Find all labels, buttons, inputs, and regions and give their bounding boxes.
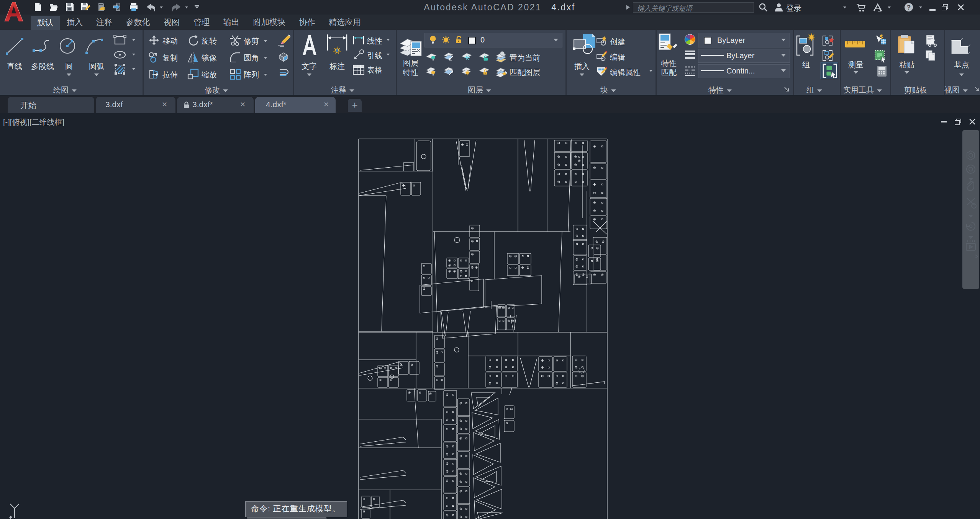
- create-block-label[interactable]: 创建: [610, 37, 625, 47]
- match-properties-label1[interactable]: 特性: [652, 58, 686, 69]
- circle-tool-caret[interactable]: [66, 73, 72, 77]
- new-tab-button[interactable]: +: [348, 99, 362, 112]
- ribbon-tab-0[interactable]: 默认: [31, 16, 60, 30]
- table-tool-icon[interactable]: [352, 64, 365, 75]
- autodesk-app-icon[interactable]: [873, 3, 883, 12]
- mirror-tool-label[interactable]: 镜像: [202, 53, 217, 63]
- copy-tool-icon[interactable]: [148, 51, 160, 64]
- rotate-tool-label[interactable]: 旋转: [202, 36, 217, 46]
- ribbon-tab-2[interactable]: 注释: [90, 15, 119, 30]
- paste-caret[interactable]: [904, 71, 910, 74]
- view-base-caret[interactable]: [959, 73, 964, 77]
- fillet-tool-label[interactable]: 圆角: [244, 53, 259, 63]
- calculator-icon[interactable]: [876, 65, 888, 77]
- signin-caret[interactable]: [843, 6, 847, 9]
- edit-block-icon[interactable]: [596, 51, 607, 61]
- quick-select-icon[interactable]: [874, 34, 887, 45]
- view-base-icon[interactable]: [949, 36, 972, 57]
- drawing-canvas[interactable]: [-][俯视][二维线框] 命令: 正在重生成模型。 正在重生成模型。: [0, 113, 980, 519]
- lineweight-icon[interactable]: [684, 49, 696, 60]
- insert-block-caret[interactable]: [579, 73, 585, 77]
- set-current-layer-label[interactable]: 置为当前: [510, 53, 540, 63]
- ribbon-tab-3[interactable]: 参数化: [120, 15, 156, 30]
- leader-tool-label[interactable]: 引线: [367, 51, 382, 61]
- file-tab-1[interactable]: 3.dxf✕: [96, 97, 175, 113]
- layer-on-state-icon[interactable]: [428, 35, 438, 45]
- erase-tool-icon[interactable]: [277, 34, 290, 47]
- rectangle-tool-icon[interactable]: [113, 34, 126, 47]
- layer-unlock-icon[interactable]: [479, 66, 490, 77]
- linear-dim-caret[interactable]: [386, 39, 390, 41]
- ribbon-tab-1[interactable]: 插入: [61, 15, 89, 30]
- app-caret[interactable]: [887, 6, 891, 9]
- group-label[interactable]: 组: [795, 60, 818, 70]
- measure-tool-icon[interactable]: [844, 39, 866, 50]
- ribbon-tab-8[interactable]: 协作: [293, 15, 322, 30]
- file-tab-2-close[interactable]: ✕: [240, 100, 246, 109]
- rectangle-tool-caret[interactable]: [132, 39, 136, 41]
- group-panel-label[interactable]: 组: [788, 85, 841, 95]
- linear-dim-icon[interactable]: [352, 34, 365, 46]
- ribbon-tab-7[interactable]: 附加模块: [247, 15, 292, 30]
- arc-tool-caret[interactable]: [94, 73, 99, 77]
- trim-tool-label[interactable]: 修剪: [244, 36, 259, 46]
- layer-thaw-state-icon[interactable]: [441, 35, 451, 44]
- lineweight-combo-caret[interactable]: [781, 54, 786, 57]
- layer-off-icon[interactable]: [426, 51, 437, 62]
- color-combo-swatch[interactable]: [703, 37, 712, 44]
- leader-tool-icon[interactable]: [352, 49, 365, 60]
- stretch-tool-label[interactable]: 拉伸: [162, 70, 178, 80]
- signin-label[interactable]: 登录: [786, 3, 801, 13]
- create-block-icon[interactable]: [596, 35, 607, 46]
- match-properties-label2[interactable]: 匹配: [652, 67, 686, 78]
- group-edit-icon[interactable]: [822, 49, 834, 61]
- search-input[interactable]: 键入关键字或短语: [633, 2, 754, 13]
- measure-tool-caret[interactable]: [853, 71, 859, 74]
- help-icon[interactable]: ?: [904, 3, 913, 12]
- layer-unlock-state-icon[interactable]: [454, 35, 464, 44]
- move-tool-label[interactable]: 移动: [162, 36, 178, 46]
- group-icon[interactable]: [796, 33, 815, 57]
- insert-block-icon[interactable]: [572, 33, 596, 57]
- properties-panel-label[interactable]: 特性: [693, 85, 747, 95]
- layer-properties-label2[interactable]: 特性: [393, 67, 428, 78]
- paste-label[interactable]: 粘贴: [892, 60, 922, 70]
- stretch-tool-icon[interactable]: [148, 68, 160, 80]
- offset-tool-icon[interactable]: [277, 67, 290, 80]
- linear-dim-label[interactable]: 线性: [367, 36, 382, 46]
- table-tool-label[interactable]: 表格: [367, 65, 382, 75]
- ellipse-tool-caret[interactable]: [132, 53, 136, 56]
- match-layer-label[interactable]: 匹配图层: [510, 67, 540, 78]
- user-icon[interactable]: [774, 2, 784, 12]
- cut-icon[interactable]: [925, 34, 937, 47]
- window-restore-button[interactable]: [942, 4, 948, 10]
- window-close-button[interactable]: [958, 4, 964, 10]
- layer-freeze-icon[interactable]: [461, 51, 472, 62]
- help-caret[interactable]: [919, 6, 923, 9]
- layer-dropdown-caret[interactable]: [553, 38, 559, 42]
- file-tab-2[interactable]: 3.dxf*✕: [177, 97, 254, 113]
- insert-block-label[interactable]: 插入: [565, 61, 599, 72]
- arc-tool-icon[interactable]: [84, 36, 104, 56]
- arc-tool-label[interactable]: 圆弧: [79, 61, 114, 72]
- text-tool-caret[interactable]: [306, 73, 312, 77]
- trim-tool-icon[interactable]: [229, 34, 241, 47]
- file-tab-3-close[interactable]: ✕: [323, 100, 329, 109]
- ribbon-tab-9[interactable]: 精选应用: [323, 15, 367, 30]
- paste-icon[interactable]: [897, 33, 916, 57]
- ribbon-tab-4[interactable]: 视图: [157, 15, 186, 30]
- ellipse-tool-icon[interactable]: [113, 48, 126, 61]
- autocad-logo[interactable]: [2, 1, 24, 22]
- match-layer-icon[interactable]: [496, 66, 507, 77]
- color-combo-caret[interactable]: [781, 38, 786, 42]
- select-similar-icon[interactable]: [874, 50, 886, 63]
- ribbon-tab-5[interactable]: 管理: [187, 15, 216, 30]
- line-tool-icon[interactable]: [5, 36, 25, 56]
- ungroup-icon[interactable]: [822, 34, 834, 46]
- hatch-tool-icon[interactable]: [113, 63, 126, 76]
- file-tab-3[interactable]: 4.dxf*✕: [255, 97, 336, 113]
- file-tab-start[interactable]: 开始: [8, 97, 94, 113]
- edit-block-label[interactable]: 编辑: [610, 52, 625, 62]
- array-tool-caret[interactable]: [264, 73, 267, 76]
- edit-attribute-label[interactable]: 编辑属性: [610, 67, 641, 78]
